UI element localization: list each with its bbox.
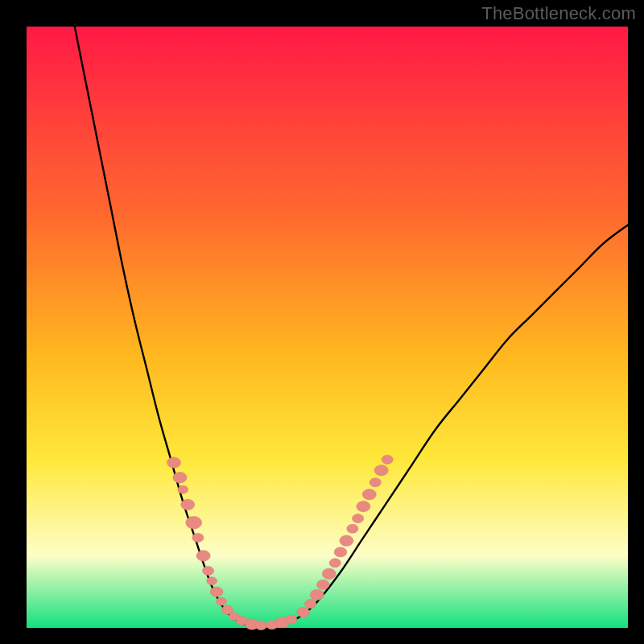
marker-dot xyxy=(297,607,310,617)
marker-dot xyxy=(196,551,210,561)
marker-dot xyxy=(192,533,204,542)
marker-dot xyxy=(369,478,381,487)
marker-dot xyxy=(322,568,336,579)
marker-dot xyxy=(304,600,316,609)
marker-dot xyxy=(210,587,223,597)
chart-svg xyxy=(0,0,644,644)
plot-background xyxy=(27,27,628,628)
marker-dot xyxy=(362,489,376,500)
marker-dot xyxy=(310,589,324,600)
marker-dot xyxy=(202,566,213,575)
marker-dot xyxy=(207,577,217,585)
marker-dot xyxy=(353,514,364,523)
marker-dot xyxy=(173,473,187,483)
marker-dot xyxy=(316,580,329,589)
marker-dot xyxy=(178,485,188,493)
marker-dot xyxy=(286,615,297,624)
marker-dot xyxy=(382,455,393,464)
watermark-text: TheBottleneck.com xyxy=(481,3,636,24)
marker-dot xyxy=(340,535,353,546)
marker-dot xyxy=(181,499,195,510)
chart-stage: TheBottleneck.com xyxy=(0,0,644,644)
marker-dot xyxy=(167,457,180,468)
marker-dot xyxy=(255,621,266,630)
marker-dot xyxy=(374,465,388,476)
marker-dot xyxy=(186,517,202,530)
marker-dot xyxy=(357,501,370,511)
marker-dot xyxy=(334,547,347,557)
marker-dot xyxy=(217,597,227,605)
marker-dot xyxy=(347,524,358,533)
marker-dot xyxy=(329,559,341,568)
